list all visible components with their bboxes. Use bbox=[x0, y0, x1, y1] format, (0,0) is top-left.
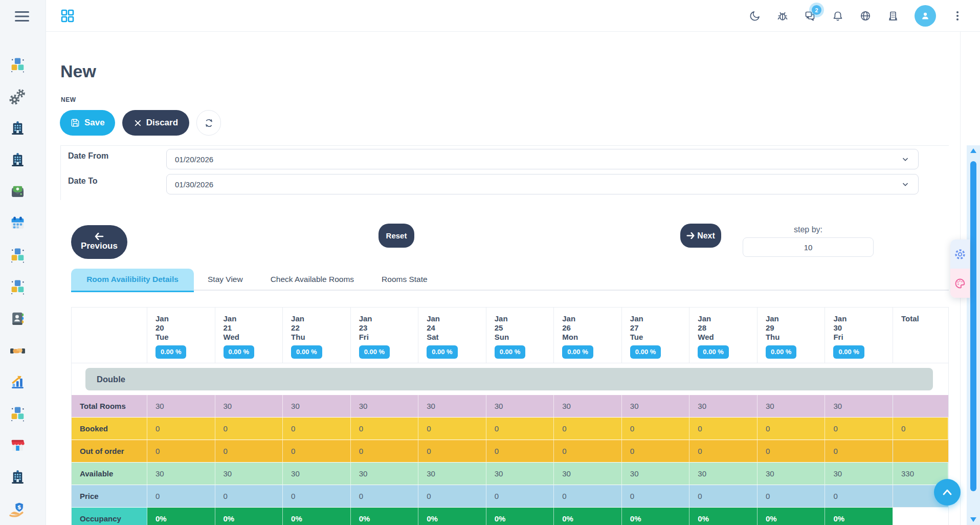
day-header-jan-23: Jan23Fri0.00 % bbox=[351, 308, 419, 363]
sidebar-item-payments[interactable]: $ bbox=[9, 500, 26, 517]
out_of_order-cell: 0 bbox=[825, 440, 893, 463]
chevron-down-icon bbox=[901, 155, 910, 164]
save-button[interactable]: Save bbox=[60, 110, 115, 136]
total_rooms-cell: 30 bbox=[147, 395, 215, 418]
refresh-button[interactable] bbox=[196, 110, 221, 136]
sidebar-item-modules-4[interactable] bbox=[9, 405, 26, 422]
sidebar-item-settings[interactable] bbox=[9, 88, 26, 105]
close-icon bbox=[133, 119, 142, 127]
tab-stay-view[interactable]: Stay View bbox=[194, 269, 257, 291]
dark-mode-icon[interactable] bbox=[749, 10, 761, 22]
step-by-input[interactable] bbox=[743, 237, 874, 257]
sidebar-item-calendar[interactable] bbox=[9, 215, 26, 232]
day-header-jan-25: Jan25Sun0.00 % bbox=[486, 308, 554, 363]
sidebar-item-cash[interactable] bbox=[9, 183, 26, 200]
day-header-day: 21 bbox=[224, 323, 279, 333]
sidebar-item-store[interactable] bbox=[9, 437, 26, 454]
occupancy-percent-badge: 0.00 % bbox=[698, 345, 728, 359]
price-cell: 0 bbox=[758, 485, 826, 508]
scrollbar-up-arrow[interactable] bbox=[970, 148, 976, 153]
messages-count-badge: 2 bbox=[812, 5, 821, 15]
discard-button[interactable]: Discard bbox=[122, 110, 189, 136]
out_of_order-cell: 0 bbox=[351, 440, 419, 463]
date-from-input[interactable]: 01/20/2026 bbox=[166, 149, 919, 169]
available-cell: 30 bbox=[147, 463, 215, 485]
day-header-day: 28 bbox=[698, 323, 753, 333]
sidebar-item-hotel-2[interactable] bbox=[9, 151, 26, 168]
user-avatar[interactable] bbox=[915, 5, 936, 27]
occupancy-percent-badge: 0.00 % bbox=[427, 345, 457, 359]
date-to-input[interactable]: 01/30/2026 bbox=[166, 174, 919, 194]
notifications-bell-icon[interactable] bbox=[832, 10, 844, 22]
occupancy-percent-badge: 0.00 % bbox=[155, 345, 186, 359]
day-header-month: Jan bbox=[766, 314, 821, 323]
apps-grid-icon[interactable] bbox=[60, 9, 75, 23]
occupancy-cell: 0% bbox=[147, 508, 215, 525]
day-header-jan-22: Jan22Thu0.00 % bbox=[283, 308, 351, 363]
available-cell: 30 bbox=[758, 463, 826, 485]
arrow-left-icon bbox=[95, 233, 104, 240]
day-header-day: 26 bbox=[562, 323, 617, 333]
occupancy-cell: 0% bbox=[418, 508, 486, 525]
tab-room-availibility-details[interactable]: Room Availibility Details bbox=[71, 269, 194, 291]
settings-gear-button[interactable] bbox=[950, 239, 970, 269]
sidebar-item-hotel-1[interactable] bbox=[9, 120, 26, 137]
day-header-weekday: Sun bbox=[495, 333, 550, 342]
occupancy-cell: 0% bbox=[689, 508, 758, 525]
day-header-month: Jan bbox=[495, 314, 550, 323]
sidebar-item-modules-3[interactable] bbox=[9, 278, 26, 295]
sidebar-item-modules-2[interactable] bbox=[9, 247, 26, 264]
occupancy-cell: 0% bbox=[283, 508, 351, 525]
sidebar-item-reports[interactable] bbox=[9, 374, 26, 390]
occupancy-total-cell bbox=[893, 508, 948, 525]
tab-check-available-rooms[interactable]: Check Available Rooms bbox=[257, 269, 368, 291]
vertical-scrollbar[interactable] bbox=[967, 145, 980, 525]
booked-cell: 0 bbox=[758, 418, 826, 440]
day-header-weekday: Thu bbox=[291, 333, 346, 342]
available-cell: 30 bbox=[554, 463, 622, 485]
total_rooms-total-cell bbox=[893, 395, 948, 418]
day-header-jan-27: Jan27Tue0.00 % bbox=[622, 308, 690, 363]
booked-cell: 0 bbox=[351, 418, 419, 440]
booked-cell: 0 bbox=[283, 418, 351, 440]
available-cell: 30 bbox=[622, 463, 690, 485]
reset-button[interactable]: Reset bbox=[378, 224, 414, 248]
day-header-weekday: Thu bbox=[766, 333, 821, 342]
room-type-label: Double bbox=[85, 368, 933, 390]
language-globe-icon[interactable] bbox=[859, 10, 872, 22]
booked-total-cell: 0 bbox=[893, 418, 948, 440]
occupancy-cell: 0% bbox=[758, 508, 826, 525]
action-buttons: Save Discard bbox=[60, 110, 221, 136]
step-by-label: step by: bbox=[743, 225, 874, 234]
next-button[interactable]: Next bbox=[680, 224, 721, 248]
day-header-jan-20: Jan20Tue0.00 % bbox=[147, 308, 215, 363]
sidebar-item-modules-1[interactable] bbox=[9, 56, 26, 73]
previous-button[interactable]: Previous bbox=[71, 225, 127, 259]
bug-report-icon[interactable] bbox=[776, 10, 789, 22]
filter-form bbox=[60, 145, 949, 146]
total_rooms-cell: 30 bbox=[689, 395, 758, 418]
day-header-weekday: Sat bbox=[427, 333, 482, 342]
available-cell: 30 bbox=[486, 463, 554, 485]
scrollbar-thumb[interactable] bbox=[970, 161, 976, 491]
table-corner-cell bbox=[72, 308, 147, 363]
sidebar-item-partners[interactable] bbox=[9, 342, 26, 359]
scrollbar-down-arrow[interactable] bbox=[970, 517, 976, 522]
total_rooms-cell: 30 bbox=[622, 395, 690, 418]
day-header-weekday: Wed bbox=[224, 333, 279, 342]
messages-icon[interactable]: 2 bbox=[804, 10, 816, 22]
day-header-month: Jan bbox=[562, 314, 617, 323]
storefront-icon bbox=[9, 447, 26, 455]
scroll-to-top-button[interactable] bbox=[934, 479, 961, 506]
top-header: 2 bbox=[46, 0, 980, 32]
arrow-right-icon bbox=[686, 232, 695, 239]
company-building-icon[interactable] bbox=[887, 10, 899, 22]
hamburger-menu-icon[interactable] bbox=[14, 10, 30, 23]
row-label-total_rooms: Total Rooms bbox=[72, 395, 147, 418]
sidebar-item-contacts[interactable] bbox=[9, 310, 26, 327]
contact-book-icon bbox=[9, 320, 26, 329]
theme-palette-button[interactable] bbox=[950, 269, 970, 298]
tab-rooms-state[interactable]: Rooms State bbox=[368, 269, 441, 291]
sidebar-item-hotel-3[interactable] bbox=[9, 469, 26, 486]
more-options-icon[interactable] bbox=[951, 10, 964, 22]
